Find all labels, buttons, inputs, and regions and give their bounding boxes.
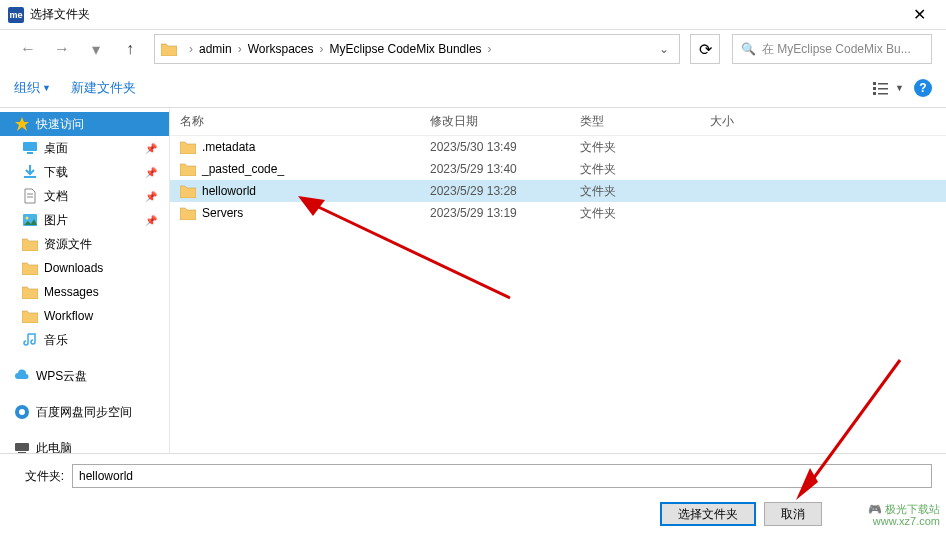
- col-name[interactable]: 名称: [180, 113, 430, 130]
- watermark-line1: 极光下载站: [885, 503, 940, 515]
- svg-rect-0: [873, 82, 876, 85]
- breadcrumb-item[interactable]: admin: [199, 42, 232, 56]
- sidebar-item-label: 音乐: [44, 332, 68, 349]
- svg-point-14: [19, 409, 25, 415]
- folder-icon: [22, 236, 38, 252]
- nav-back-button[interactable]: ←: [14, 35, 42, 63]
- document-icon: [22, 188, 38, 204]
- folder-icon: [180, 184, 196, 198]
- table-row[interactable]: helloworld2023/5/29 13:28文件夹: [170, 180, 946, 202]
- row-date: 2023/5/29 13:28: [430, 184, 580, 198]
- sidebar-item-label: Messages: [44, 285, 99, 299]
- logo-icon: 🎮: [868, 503, 885, 515]
- search-input[interactable]: 🔍 在 MyEclipse CodeMix Bu...: [732, 34, 932, 64]
- organize-button[interactable]: 组织 ▼: [14, 79, 51, 97]
- col-type[interactable]: 类型: [580, 113, 710, 130]
- refresh-button[interactable]: ⟳: [690, 34, 720, 64]
- row-type: 文件夹: [580, 139, 710, 156]
- table-row[interactable]: Servers2023/5/29 13:19文件夹: [170, 202, 946, 224]
- main: 快速访问桌面📌下载📌文档📌图片📌资源文件DownloadsMessagesWor…: [0, 108, 946, 453]
- folder-icon: [22, 308, 38, 324]
- sidebar-item-label: 此电脑: [36, 440, 72, 454]
- col-size[interactable]: 大小: [710, 113, 790, 130]
- select-folder-button[interactable]: 选择文件夹: [660, 502, 756, 526]
- chevron-down-icon: ▼: [42, 83, 51, 93]
- close-button[interactable]: ✕: [901, 1, 938, 28]
- table-row[interactable]: _pasted_code_2023/5/29 13:40文件夹: [170, 158, 946, 180]
- pin-icon: 📌: [145, 167, 157, 178]
- sidebar-item-Workflow[interactable]: Workflow: [0, 304, 169, 328]
- sidebar-item-图片[interactable]: 图片📌: [0, 208, 169, 232]
- organize-label: 组织: [14, 79, 40, 97]
- sidebar-item-Messages[interactable]: Messages: [0, 280, 169, 304]
- desktop-icon: [22, 140, 38, 156]
- sidebar-item-label: 文档: [44, 188, 68, 205]
- breadcrumb-dropdown[interactable]: ⌄: [653, 42, 675, 56]
- sidebar-item-label: 桌面: [44, 140, 68, 157]
- watermark-line2: www.xz7.com: [868, 515, 940, 527]
- rows: .metadata2023/5/30 13:49文件夹_pasted_code_…: [170, 136, 946, 224]
- breadcrumb-sep: ›: [320, 42, 324, 56]
- sidebar-item-label: 快速访问: [36, 116, 84, 133]
- row-type: 文件夹: [580, 205, 710, 222]
- nav-up-button[interactable]: ↑: [116, 35, 144, 63]
- row-type: 文件夹: [580, 183, 710, 200]
- row-name: helloworld: [202, 184, 430, 198]
- titlebar: me 选择文件夹 ✕: [0, 0, 946, 30]
- sidebar-item-label: Downloads: [44, 261, 103, 275]
- svg-rect-3: [878, 88, 888, 90]
- sidebar-item-此电脑[interactable]: 此电脑: [0, 436, 169, 453]
- window-title: 选择文件夹: [30, 6, 901, 23]
- sidebar-item-Downloads[interactable]: Downloads: [0, 256, 169, 280]
- sidebar-item-WPS云盘[interactable]: WPS云盘: [0, 364, 169, 388]
- row-name: _pasted_code_: [202, 162, 430, 176]
- row-name: Servers: [202, 206, 430, 220]
- row-date: 2023/5/30 13:49: [430, 140, 580, 154]
- sidebar-item-快速访问[interactable]: 快速访问: [0, 112, 169, 136]
- folder-icon: [159, 40, 179, 58]
- baidu-icon: [14, 404, 30, 420]
- svg-rect-1: [878, 83, 888, 85]
- nav-recent-dropdown[interactable]: ▾: [82, 35, 110, 63]
- view-mode-button[interactable]: ▼: [873, 81, 904, 95]
- help-button[interactable]: ?: [914, 79, 932, 97]
- sidebar-item-文档[interactable]: 文档📌: [0, 184, 169, 208]
- folder-icon: [22, 260, 38, 276]
- sidebar-item-百度网盘同步空间[interactable]: 百度网盘同步空间: [0, 400, 169, 424]
- star-icon: [14, 116, 30, 132]
- sidebar: 快速访问桌面📌下载📌文档📌图片📌资源文件DownloadsMessagesWor…: [0, 108, 170, 453]
- svg-rect-5: [878, 93, 888, 95]
- folder-name-input[interactable]: [72, 464, 932, 488]
- table-row[interactable]: .metadata2023/5/30 13:49文件夹: [170, 136, 946, 158]
- search-placeholder: 在 MyEclipse CodeMix Bu...: [762, 41, 911, 58]
- folder-icon: [180, 140, 196, 154]
- sidebar-item-音乐[interactable]: 音乐: [0, 328, 169, 352]
- nav-forward-button[interactable]: →: [48, 35, 76, 63]
- breadcrumb[interactable]: › admin › Workspaces › MyEclipse CodeMix…: [154, 34, 680, 64]
- breadcrumb-item[interactable]: Workspaces: [248, 42, 314, 56]
- folder-icon: [180, 162, 196, 176]
- sidebar-item-资源文件[interactable]: 资源文件: [0, 232, 169, 256]
- sidebar-item-label: WPS云盘: [36, 368, 87, 385]
- cancel-button[interactable]: 取消: [764, 502, 822, 526]
- row-name: .metadata: [202, 140, 430, 154]
- sidebar-item-下载[interactable]: 下载📌: [0, 160, 169, 184]
- breadcrumb-sep: ›: [488, 42, 492, 56]
- svg-rect-4: [873, 92, 876, 95]
- toolbar: 组织 ▼ 新建文件夹 ▼ ?: [0, 68, 946, 108]
- svg-marker-6: [15, 117, 29, 131]
- svg-rect-2: [873, 87, 876, 90]
- sidebar-item-label: 图片: [44, 212, 68, 229]
- sidebar-item-label: 下载: [44, 164, 68, 181]
- breadcrumb-item[interactable]: MyEclipse CodeMix Bundles: [330, 42, 482, 56]
- col-date[interactable]: 修改日期: [430, 113, 580, 130]
- svg-rect-15: [15, 443, 29, 451]
- folder-icon: [180, 206, 196, 220]
- svg-rect-7: [23, 142, 37, 151]
- pc-icon: [14, 440, 30, 453]
- pin-icon: 📌: [145, 191, 157, 202]
- sidebar-item-桌面[interactable]: 桌面📌: [0, 136, 169, 160]
- pin-icon: 📌: [145, 143, 157, 154]
- svg-rect-16: [18, 452, 26, 453]
- new-folder-button[interactable]: 新建文件夹: [71, 79, 136, 97]
